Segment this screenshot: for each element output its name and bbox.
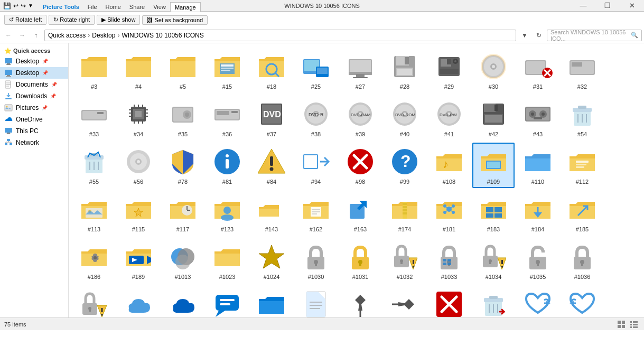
icon-84[interactable]: #84 [250, 143, 293, 188]
search-bar[interactable]: Search WINDOWS 10 10056 ICO... 🔍 [547, 30, 642, 41]
ribbon-rotate-right[interactable]: ↻ Rotate right [49, 15, 95, 25]
icon-184[interactable]: #184 [517, 190, 559, 236]
icon-1024[interactable]: #1024 [250, 238, 293, 283]
icon-174[interactable]: #174 [384, 190, 426, 236]
icon-115[interactable]: #115 [117, 190, 160, 236]
icon-36[interactable]: #36 [206, 95, 248, 141]
icon-25[interactable]: #25 [295, 48, 337, 93]
icon-1032[interactable]: #1032 [384, 238, 426, 283]
icon-28[interactable]: #28 [384, 48, 426, 93]
quick-redo-icon[interactable]: ↪ [20, 2, 27, 10]
icon-40[interactable]: DVD-ROM #40 [384, 95, 426, 141]
icon-5311[interactable]: #5311 [517, 285, 559, 317]
breadcrumb-folder[interactable]: WINDOWS 10 10056 ICONS [122, 32, 203, 39]
dropdown-button[interactable]: ▼ [518, 29, 531, 42]
icon-38[interactable]: DVD-R #38 [295, 95, 337, 141]
icon-1040[interactable]: #1040 [117, 285, 160, 317]
up-button[interactable]: ↑ [30, 29, 42, 42]
icon-1036[interactable]: #1036 [561, 238, 603, 283]
icon-15[interactable]: #15 [206, 48, 248, 93]
quick-dropdown-icon[interactable]: ▼ [27, 3, 34, 8]
breadcrumb[interactable]: Quick access › Desktop › WINDOWS 10 1005… [44, 30, 516, 41]
icon-5100[interactable]: #5100 [339, 285, 381, 317]
ribbon-rotate-left[interactable]: ↺ Rotate left [4, 15, 46, 25]
icon-1035[interactable]: #1035 [517, 238, 559, 283]
close-button[interactable]: ✕ [620, 0, 644, 11]
tab-home[interactable]: Home [101, 2, 125, 12]
icon-18[interactable]: #18 [250, 48, 293, 93]
icon-1034[interactable]: #1034 [472, 238, 515, 283]
minimize-button[interactable]: — [571, 0, 595, 11]
icon-181[interactable]: #181 [428, 190, 470, 236]
icon-99[interactable]: ? #99 [384, 143, 426, 188]
ribbon-slide-show[interactable]: ▶ Slide show [97, 15, 140, 25]
icon-108[interactable]: ♪ #108 [428, 143, 470, 188]
sidebar-item-documents[interactable]: Documents 📌 [0, 79, 68, 90]
maximize-button[interactable]: ❐ [595, 0, 620, 11]
icon-5315[interactable]: #5315 [561, 285, 603, 317]
icon-3[interactable]: #3 [73, 48, 115, 93]
sidebar-item-network[interactable]: Network [0, 137, 68, 148]
icon-109[interactable]: #109 [472, 143, 515, 188]
icon-189[interactable]: #189 [117, 238, 160, 283]
icon-5305[interactable]: #5305 [472, 285, 515, 317]
refresh-button[interactable]: ↻ [533, 30, 545, 41]
forward-button[interactable]: → [16, 29, 29, 42]
search-icon[interactable]: 🔍 [631, 32, 638, 39]
sidebar-item-desktop2[interactable]: Desktop 📌 [0, 67, 68, 79]
icon-5101[interactable]: #5101 [384, 285, 426, 317]
tab-share[interactable]: Share [125, 2, 149, 12]
icon-56[interactable]: #56 [117, 143, 160, 188]
icon-81[interactable]: #81 [206, 143, 248, 188]
icon-1302[interactable]: #1302 [250, 285, 293, 317]
icon-32[interactable]: #32 [561, 48, 603, 93]
icon-31[interactable]: #31 [517, 48, 559, 93]
sidebar-item-thispc[interactable]: This PC [0, 125, 68, 137]
icon-4[interactable]: #4 [117, 48, 160, 93]
icon-34[interactable]: #34 [117, 95, 160, 141]
icon-42[interactable]: #42 [472, 95, 515, 141]
tab-view[interactable]: View [149, 2, 170, 12]
icon-143[interactable]: #143 [250, 190, 293, 236]
icon-94[interactable]: #94 [295, 143, 337, 188]
icon-37[interactable]: DVD #37 [250, 95, 293, 141]
tab-manage[interactable]: Manage [170, 2, 201, 12]
back-button[interactable]: ← [2, 29, 15, 42]
icon-163[interactable]: #163 [339, 190, 381, 236]
icon-117[interactable]: #117 [162, 190, 204, 236]
icon-183[interactable]: #183 [472, 190, 515, 236]
icon-55[interactable]: #55 [73, 143, 115, 188]
icon-33[interactable]: #33 [73, 95, 115, 141]
tab-file[interactable]: File [83, 2, 101, 12]
sidebar-item-pictures[interactable]: Pictures 📌 [0, 102, 68, 114]
icon-1030[interactable]: #1030 [295, 238, 337, 283]
tab-picture-tools[interactable]: Picture Tools [39, 2, 83, 12]
icon-30[interactable]: #30 [472, 48, 515, 93]
ribbon-set-background[interactable]: 🖼 Set as background [142, 15, 208, 25]
icon-1033[interactable]: #1033 [428, 238, 470, 283]
icon-1043[interactable]: #1043 [162, 285, 204, 317]
sidebar-item-desktop1[interactable]: Desktop 📌 [0, 55, 68, 67]
icon-29[interactable]: #29 [428, 48, 470, 93]
icon-5102[interactable]: #5102 [428, 285, 470, 317]
breadcrumb-quick-access[interactable]: Quick access [48, 32, 86, 39]
icon-1013[interactable]: #1013 [162, 238, 204, 283]
quick-undo-icon[interactable]: ↩ [12, 2, 20, 10]
icon-54[interactable]: #54 [561, 95, 603, 141]
icon-123[interactable]: #123 [206, 190, 248, 236]
icon-5[interactable]: #5 [162, 48, 204, 93]
sidebar-item-downloads[interactable]: Downloads 📌 [0, 90, 68, 102]
icon-1031[interactable]: #1031 [339, 238, 381, 283]
icon-35[interactable]: #35 [162, 95, 204, 141]
icon-112[interactable]: #112 [561, 143, 603, 188]
icon-185[interactable]: #185 [561, 190, 603, 236]
icon-41[interactable]: DVD-RW #41 [428, 95, 470, 141]
quick-save-icon[interactable]: 💾 [2, 2, 12, 10]
icon-1037[interactable]: #1037 [73, 285, 115, 317]
icon-110[interactable]: #110 [517, 143, 559, 188]
icon-1303[interactable]: #1303 [295, 285, 337, 317]
icon-43[interactable]: #43 [517, 95, 559, 141]
icon-78[interactable]: #78 [162, 143, 204, 188]
icon-27[interactable]: #27 [339, 48, 381, 93]
sidebar-item-onedrive[interactable]: OneDrive [0, 114, 68, 125]
